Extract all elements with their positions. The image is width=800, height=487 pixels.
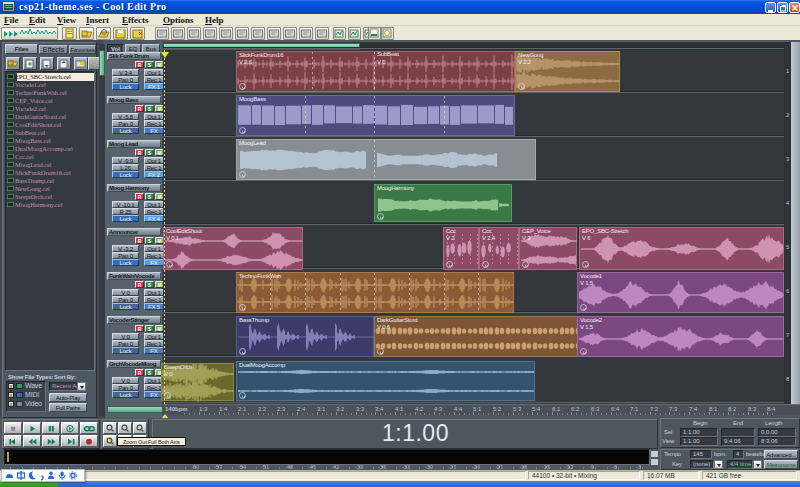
svg-text:?: ?: [92, 59, 98, 69]
